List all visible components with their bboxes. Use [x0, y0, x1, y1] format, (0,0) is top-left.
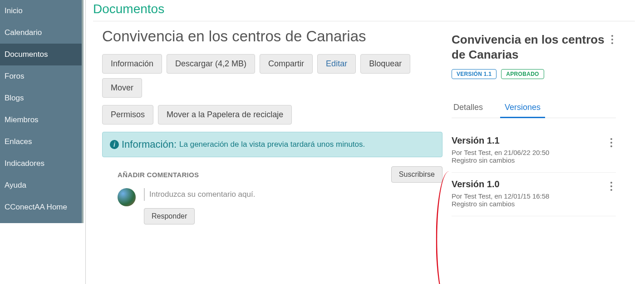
sidebar-item-ayuda[interactable]: Ayuda: [0, 174, 82, 196]
permissions-button[interactable]: Permisos: [102, 105, 153, 125]
comment-input[interactable]: Introduzca su comentario aquí.: [144, 188, 442, 201]
side-panel: Convivencia en los centros de Canarias V…: [452, 21, 624, 216]
version-title: Versión 1.1: [452, 135, 549, 146]
page-title: Documentos: [93, 0, 635, 21]
side-tabs: Detalles Versiones: [452, 99, 616, 118]
version-meta: Por Test Test, en 21/06/22 20:50: [452, 149, 549, 156]
download-button[interactable]: Descargar (4,2 MB): [167, 54, 255, 74]
side-kebab-menu[interactable]: [609, 32, 616, 47]
reply-button[interactable]: Responder: [144, 208, 195, 224]
comments-header-row: AÑADIR COMENTARIOS Suscribirse: [102, 166, 442, 188]
sidebar-item-cconectaa-home[interactable]: CConectAA Home: [0, 196, 82, 218]
subscribe-button[interactable]: Suscribirse: [391, 166, 442, 183]
share-button[interactable]: Compartir: [260, 54, 313, 74]
side-title: Convivencia en los centros de Canarias: [452, 32, 605, 62]
version-meta: Por Test Test, en 12/01/15 16:58: [452, 192, 549, 200]
sidebar-item-foros[interactable]: Foros: [0, 65, 82, 87]
sidebar-item-enlaces[interactable]: Enlaces: [0, 131, 82, 153]
lock-button[interactable]: Bloquear: [360, 54, 410, 74]
alert-heading: Información:: [122, 139, 177, 150]
version-title: Versión 1.0: [452, 179, 549, 189]
version-list: Versión 1.1 Por Test Test, en 21/06/22 2…: [452, 132, 616, 216]
info-alert: i Información: La generación de la vista…: [102, 132, 442, 157]
avatar: [118, 188, 136, 206]
version-log: Registro sin cambios: [452, 156, 549, 164]
comments-heading: AÑADIR COMENTARIOS: [118, 171, 199, 179]
version-item[interactable]: Versión 1.1 Por Test Test, en 21/06/22 2…: [452, 132, 616, 173]
sidebar: Inicio Calendario Documentos Foros Blogs…: [0, 0, 84, 223]
sidebar-item-miembros[interactable]: Miembros: [0, 109, 82, 131]
badge-row: VERSIÓN 1.1 APROBADO: [452, 69, 616, 79]
alert-body: La generación de la vista previa tardará…: [179, 140, 365, 149]
action-row-2: Permisos Mover a la Papelera de reciclaj…: [102, 105, 442, 125]
version-log: Registro sin cambios: [452, 200, 549, 208]
tab-details[interactable]: Detalles: [452, 99, 485, 118]
tab-versions[interactable]: Versiones: [503, 99, 542, 118]
sidebar-item-inicio[interactable]: Inicio: [0, 0, 82, 22]
sidebar-item-documentos[interactable]: Documentos: [0, 44, 82, 65]
status-badge: APROBADO: [501, 69, 544, 79]
document-column: Convivencia en los centros de Canarias I…: [93, 21, 452, 224]
version-badge: VERSIÓN 1.1: [452, 69, 497, 79]
info-icon: i: [110, 140, 119, 149]
move-button[interactable]: Mover: [102, 78, 142, 98]
main-content: Documentos Convivencia en los centros de…: [85, 0, 644, 284]
sidebar-item-blogs[interactable]: Blogs: [0, 87, 82, 109]
document-title: Convivencia en los centros de Canarias: [102, 28, 442, 45]
sidebar-item-calendario[interactable]: Calendario: [0, 22, 82, 44]
info-button[interactable]: Información: [102, 54, 162, 74]
edit-button[interactable]: Editar: [317, 54, 356, 74]
comment-area: Introduzca su comentario aquí. Responder: [102, 188, 442, 224]
sidebar-item-indicadores[interactable]: Indicadores: [0, 153, 82, 174]
recycle-button[interactable]: Mover a la Papelera de reciclaje: [158, 105, 292, 125]
version-item[interactable]: Versión 1.0 Por Test Test, en 12/01/15 1…: [452, 173, 616, 216]
version-kebab-menu[interactable]: [607, 135, 616, 150]
version-kebab-menu[interactable]: [607, 179, 616, 194]
action-row-1: Información Descargar (4,2 MB) Compartir…: [102, 54, 442, 98]
